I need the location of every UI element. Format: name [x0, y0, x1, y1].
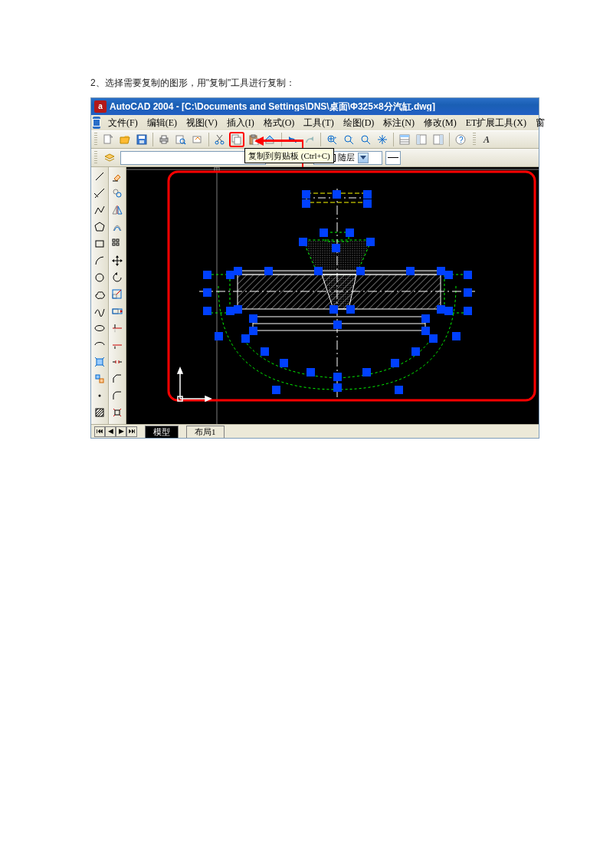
tab-first-button[interactable]: ⏮: [94, 426, 105, 437]
svg-rect-17: [234, 137, 241, 144]
help-button[interactable]: ?: [453, 132, 468, 147]
linetype-dropdown[interactable]: [385, 151, 401, 165]
text-style-button[interactable]: A: [479, 132, 494, 147]
redo-button[interactable]: [302, 132, 317, 147]
explode-tool[interactable]: [110, 405, 125, 420]
cut-button[interactable]: [212, 132, 228, 147]
point-tool[interactable]: [92, 388, 107, 403]
zoom-prev-button[interactable]: [358, 132, 373, 147]
tab-layout1[interactable]: 布局1: [186, 426, 225, 438]
menu-et[interactable]: ET扩展工具(X): [461, 117, 531, 129]
toolbar-grip[interactable]: [94, 133, 97, 146]
toolbar-grip[interactable]: [94, 151, 97, 165]
svg-rect-7: [162, 141, 166, 143]
publish-button[interactable]: [190, 132, 205, 147]
menu-file[interactable]: 文件(F): [103, 117, 143, 129]
toolbar-grip[interactable]: [473, 133, 476, 146]
doc-icon[interactable]: [93, 117, 100, 129]
array-tool[interactable]: [110, 236, 125, 252]
zoom-window-button[interactable]: -: [341, 132, 356, 147]
ellipse-tool[interactable]: [92, 321, 107, 336]
svg-rect-150: [241, 334, 250, 343]
tab-next-button[interactable]: ▶: [116, 426, 126, 437]
arc-tool[interactable]: [92, 253, 107, 268]
menu-tools[interactable]: 工具(T): [299, 117, 338, 129]
move-tool[interactable]: [110, 253, 125, 268]
svg-rect-161: [395, 386, 403, 394]
autocad-window: a AutoCAD 2004 - [C:\Documents and Setti…: [90, 97, 539, 439]
stretch-tool[interactable]: [110, 304, 125, 319]
tooltip-label: 复制到剪贴板: [248, 151, 299, 160]
standard-toolbar: + - ? A 复制到剪贴板 (Ctrl+C): [91, 130, 539, 149]
chamfer-tool[interactable]: [110, 371, 125, 386]
spline-tool[interactable]: [92, 304, 107, 319]
rotate-tool[interactable]: [110, 270, 125, 285]
pan-button[interactable]: [375, 132, 390, 147]
trim-tool[interactable]: [110, 321, 125, 336]
props-button[interactable]: [397, 132, 412, 147]
hatch-tool[interactable]: [92, 405, 107, 420]
menu-modify[interactable]: 修改(M): [419, 117, 461, 129]
extend-tool[interactable]: [110, 337, 125, 353]
ellipse-arc-tool[interactable]: [92, 337, 107, 353]
drawing-canvas[interactable]: [126, 167, 539, 424]
break-tool[interactable]: [110, 354, 125, 370]
menu-dim[interactable]: 标注(N): [379, 117, 419, 129]
tool-palette-button[interactable]: [431, 132, 446, 147]
svg-rect-120: [320, 229, 328, 237]
design-center-button[interactable]: [414, 132, 429, 147]
svg-rect-35: [400, 135, 409, 137]
svg-line-33: [367, 141, 370, 144]
tab-model[interactable]: 模型: [145, 426, 179, 438]
print-button[interactable]: [156, 132, 172, 147]
menu-edit[interactable]: 编辑(E): [143, 117, 182, 129]
scale-tool[interactable]: [110, 287, 125, 302]
menu-format[interactable]: 格式(O): [259, 117, 300, 129]
menu-insert[interactable]: 插入(I): [222, 117, 259, 129]
new-button[interactable]: [100, 132, 116, 147]
svg-rect-116: [333, 190, 341, 199]
layer-manager-button[interactable]: [102, 150, 117, 166]
svg-rect-143: [444, 307, 453, 315]
construction-line-tool[interactable]: [92, 186, 107, 201]
save-button[interactable]: [134, 132, 149, 147]
svg-marker-71: [120, 259, 123, 262]
offset-tool[interactable]: [110, 219, 125, 235]
open-button[interactable]: [117, 132, 133, 147]
mirror-tool[interactable]: [110, 202, 125, 218]
menu-view[interactable]: 视图(V): [182, 117, 222, 129]
revcloud-tool[interactable]: [92, 287, 107, 302]
window-title: AutoCAD 2004 - [C:\Documents and Setting…: [110, 102, 435, 111]
tab-prev-button[interactable]: ◀: [105, 426, 116, 437]
erase-tool[interactable]: [110, 169, 125, 184]
svg-rect-133: [444, 271, 453, 279]
menubar: 文件(F) 编辑(E) 视图(V) 插入(I) 格式(O) 工具(T) 绘图(D…: [91, 115, 539, 130]
svg-rect-126: [226, 271, 234, 279]
svg-rect-152: [280, 359, 288, 367]
polyline-tool[interactable]: [92, 202, 107, 218]
preview-button[interactable]: [173, 132, 188, 147]
svg-rect-158: [429, 334, 438, 343]
svg-marker-61: [113, 206, 116, 214]
svg-marker-49: [95, 222, 104, 231]
menu-window[interactable]: 窗: [531, 117, 549, 129]
insert-block-tool[interactable]: [92, 354, 107, 370]
fillet-tool[interactable]: [110, 388, 125, 403]
rectangle-tool[interactable]: [92, 236, 107, 252]
layout-tabs: ⏮ ◀ ▶ ⏭ 模型 布局1: [91, 424, 539, 438]
zoom-realtime-button[interactable]: +: [324, 132, 339, 147]
svg-rect-130: [356, 267, 365, 275]
svg-rect-145: [249, 314, 257, 323]
copy-button[interactable]: [229, 132, 244, 147]
circle-tool[interactable]: [92, 270, 107, 285]
tooltip-shortcut: (Ctrl+C): [301, 151, 330, 160]
make-block-tool[interactable]: [92, 371, 107, 386]
copy-tool[interactable]: [110, 186, 125, 201]
svg-rect-134: [464, 271, 472, 279]
tab-last-button[interactable]: ⏭: [126, 426, 137, 437]
svg-rect-76: [113, 309, 118, 314]
line-tool[interactable]: [92, 169, 107, 184]
svg-rect-0: [104, 135, 110, 143]
polygon-tool[interactable]: [92, 219, 107, 235]
menu-draw[interactable]: 绘图(D): [339, 117, 379, 129]
